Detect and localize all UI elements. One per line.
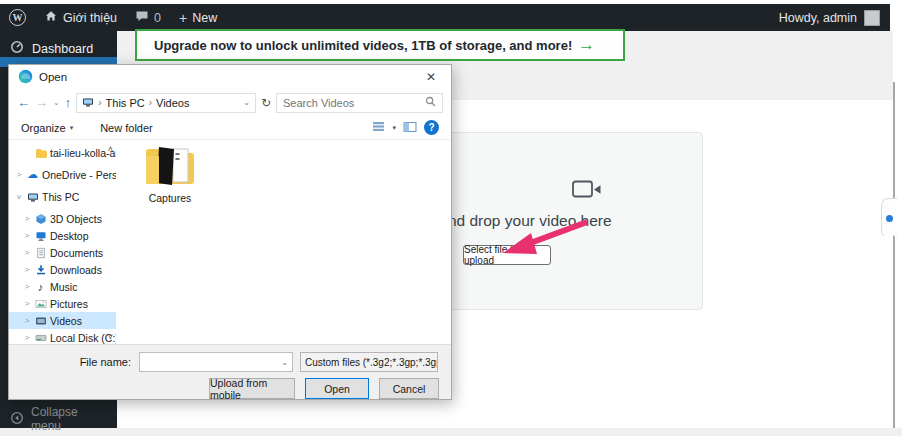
- tree-scroll-down-icon[interactable]: ˅: [108, 332, 113, 342]
- sidebar-collapse-menu[interactable]: Collapse menu: [0, 401, 117, 436]
- history-dropdown-icon[interactable]: ⌄: [53, 98, 60, 107]
- cancel-button[interactable]: Cancel: [379, 378, 439, 399]
- file-name-combo[interactable]: ⌄: [139, 352, 293, 372]
- annotation-arrow-icon: [495, 218, 595, 266]
- up-button[interactable]: ↑: [65, 95, 72, 110]
- cube-icon: [34, 213, 47, 225]
- tree-item-documents[interactable]: > Documents: [9, 244, 116, 261]
- search-icon: [425, 96, 436, 109]
- plus-icon: +: [179, 10, 187, 26]
- close-icon[interactable]: ✕: [420, 68, 442, 86]
- open-button[interactable]: Open: [305, 378, 369, 399]
- tree-item-desktop[interactable]: > Desktop: [9, 227, 116, 244]
- breadcrumb-this-pc[interactable]: This PC: [106, 97, 145, 109]
- comments-count: 0: [154, 11, 161, 25]
- tree-item-onedrive[interactable]: > ☁ OneDrive - Person: [9, 166, 116, 183]
- admin-account-menu[interactable]: Howdy, admin: [779, 10, 890, 26]
- document-icon: [34, 247, 47, 259]
- tree-item-3d-objects[interactable]: > 3D Objects: [9, 210, 116, 227]
- film-icon: [34, 315, 47, 327]
- page: W Giới thiệu 0 + New Howdy, admin: [0, 0, 902, 436]
- file-name-input[interactable]: [144, 356, 281, 368]
- video-camera-icon: [572, 180, 602, 203]
- howdy-label: Howdy, admin: [779, 11, 857, 25]
- file-name-dropdown-icon[interactable]: ⌄: [281, 358, 288, 367]
- upgrade-banner[interactable]: Upgrade now to unlock unlimited videos, …: [135, 29, 625, 61]
- file-item-captures[interactable]: Captures: [134, 144, 206, 204]
- back-button[interactable]: ←: [17, 95, 30, 110]
- wp-admin-bar: W Giới thiệu 0 + New Howdy, admin: [0, 4, 890, 31]
- comment-bubble-icon: [135, 10, 149, 25]
- avatar: [864, 10, 880, 26]
- address-dropdown-icon[interactable]: ⌄: [243, 98, 250, 107]
- site-name-label: Giới thiệu: [63, 11, 117, 25]
- download-icon: [34, 264, 47, 276]
- file-type-value: Custom files (*.3g2;*.3gp;*.3gp: [305, 357, 438, 368]
- pc-icon: [26, 191, 39, 203]
- collapse-label: Collapse menu: [31, 405, 107, 433]
- page-bottom-strip: [0, 428, 902, 436]
- wp-logo-menu[interactable]: W: [0, 4, 35, 31]
- dialog-toolbar: Organize ▾ New folder ▾ ?: [9, 116, 451, 140]
- breadcrumb-videos[interactable]: Videos: [156, 97, 189, 109]
- dashboard-gauge-icon: [10, 40, 24, 57]
- file-list-area[interactable]: Captures: [116, 140, 451, 344]
- view-mode-icon[interactable]: [372, 121, 385, 134]
- tree-item-videos[interactable]: > Videos: [9, 312, 116, 329]
- breadcrumb-separator: ›: [98, 97, 101, 108]
- forward-button[interactable]: →: [35, 95, 48, 110]
- new-content-menu[interactable]: + New: [170, 4, 226, 31]
- folder-tree: ˄ ˅ tai-lieu-kolla-ans > ☁ OneDrive - Pe…: [9, 140, 116, 344]
- folder-icon: [34, 147, 47, 159]
- this-pc-icon: [82, 96, 94, 110]
- organize-menu[interactable]: Organize ▾: [21, 122, 73, 134]
- upload-from-mobile-button[interactable]: Upload from mobile: [209, 378, 295, 399]
- search-input[interactable]: [283, 97, 425, 109]
- refresh-icon[interactable]: ↻: [261, 96, 271, 110]
- browser-scrollbar[interactable]: [893, 82, 895, 428]
- disk-icon: [34, 332, 47, 344]
- breadcrumb-separator: ›: [149, 97, 152, 108]
- dialog-body: ˄ ˅ tai-lieu-kolla-ans > ☁ OneDrive - Pe…: [9, 140, 451, 344]
- tree-item-this-pc[interactable]: v This PC: [9, 188, 116, 205]
- home-icon: [44, 9, 58, 26]
- dialog-nav-bar: ← → ⌄ ↑ › This PC › Videos ⌄ ↻: [9, 89, 451, 116]
- help-icon[interactable]: ?: [424, 120, 439, 135]
- dialog-title-bar[interactable]: Open ✕: [9, 65, 451, 89]
- dialog-title: Open: [39, 71, 67, 83]
- view-mode-caret-icon[interactable]: ▾: [392, 124, 396, 132]
- collapse-arrow-icon: [10, 411, 24, 428]
- comments-menu[interactable]: 0: [126, 4, 170, 31]
- picture-icon: [34, 298, 47, 310]
- tree-scroll-up-icon[interactable]: ˄: [108, 144, 113, 154]
- tree-item-local-disk[interactable]: > Local Disk (C:): [9, 329, 116, 344]
- browser-sidebar-handle[interactable]: [881, 198, 897, 238]
- cloud-icon: ☁: [26, 168, 39, 181]
- tree-item-downloads[interactable]: > Downloads: [9, 261, 116, 278]
- breadcrumb[interactable]: › This PC › Videos ⌄: [76, 93, 256, 113]
- file-name-label: Captures: [134, 192, 206, 204]
- tree-item-music[interactable]: > ♪ Music: [9, 278, 116, 295]
- edge-logo-icon: [18, 69, 33, 86]
- wordpress-logo-icon: W: [9, 9, 26, 26]
- sidebar-handle-dot-icon: [886, 215, 893, 222]
- big-folder-icon: [144, 178, 196, 190]
- upgrade-banner-text: Upgrade now to unlock unlimited videos, …: [137, 38, 572, 53]
- dashboard-label: Dashboard: [32, 42, 93, 56]
- organize-caret-icon: ▾: [70, 124, 74, 132]
- music-note-icon: ♪: [34, 281, 47, 293]
- search-box[interactable]: [276, 93, 443, 113]
- banner-arrow-icon: →: [578, 35, 623, 55]
- open-file-dialog: Open ✕ ← → ⌄ ↑ › This PC › Videos ⌄ ↻: [8, 64, 452, 400]
- tree-item-pictures[interactable]: > Pictures: [9, 295, 116, 312]
- file-name-field-label: File name:: [21, 356, 139, 368]
- tree-item-quick-folder[interactable]: tai-lieu-kolla-ans: [9, 144, 116, 161]
- organize-label: Organize: [21, 122, 66, 134]
- file-type-select[interactable]: Custom files (*.3g2;*.3gp;*.3gp ⌄: [300, 352, 438, 372]
- preview-pane-icon[interactable]: [403, 121, 417, 135]
- site-name-menu[interactable]: Giới thiệu: [35, 4, 126, 31]
- dialog-footer: File name: ⌄ Custom files (*.3g2;*.3gp;*…: [9, 344, 451, 399]
- new-label: New: [192, 11, 217, 25]
- new-folder-button[interactable]: New folder: [100, 122, 153, 134]
- desktop-icon: [34, 230, 47, 242]
